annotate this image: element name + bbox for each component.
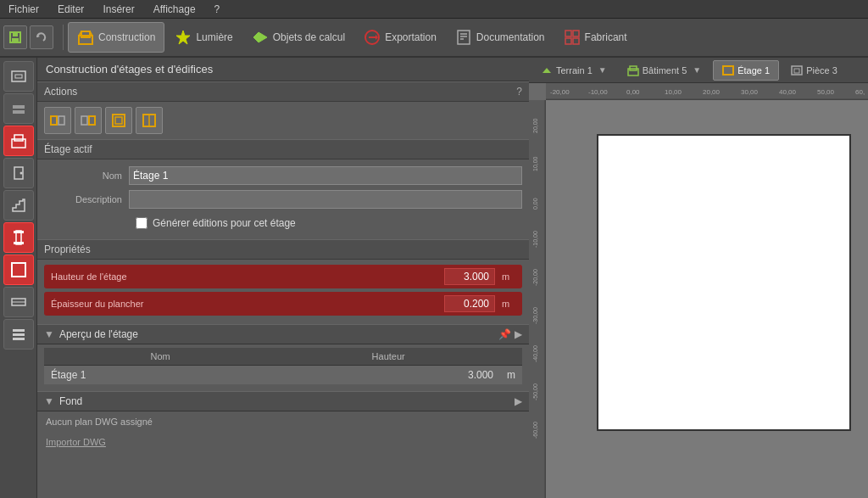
menu-editer[interactable]: Editer [54,2,87,17]
action-btn-3[interactable] [105,107,132,134]
sidebar-wall-btn[interactable] [3,93,34,124]
sidebar-door-btn[interactable] [3,158,34,188]
svg-rect-39 [58,116,64,125]
epaisseur-label: Épaisseur du plancher [51,299,437,309]
calcul-icon [252,29,269,46]
svg-marker-8 [176,31,190,44]
toolbar-exportation-btn[interactable]: Exportation [355,22,445,53]
sidebar-stairs-btn[interactable] [3,190,34,221]
hauteur-row: Hauteur de l'étage m [44,265,522,288]
epaisseur-row: Épaisseur du plancher m [44,292,522,316]
menu-inserer[interactable]: Insérer [99,2,137,17]
etage-actif-content: Nom Description Générer éditions pour ce… [37,159,529,239]
toolbar-lumiere-btn[interactable]: Lumière [166,22,241,53]
apercu-content: Nom Hauteur Étage 1 3.000 m [37,344,529,388]
toolbar-construction-btn[interactable]: Construction [68,22,164,53]
toolbar-documentation-btn[interactable]: Documentation [447,22,554,53]
svg-text:-10,00: -10,00 [588,88,608,96]
apercu-pin-icon[interactable]: 📌 [498,328,511,340]
sidebar-floor-plan-btn[interactable] [3,61,34,92]
fond-toggle-icon[interactable]: ▼ [44,395,54,407]
sidebar-slab-btn[interactable] [3,287,34,317]
tab-piece-label: Pièce 3 [806,65,837,76]
save-button[interactable] [3,25,27,49]
editions-checkbox[interactable] [136,217,147,229]
ruler-top: -20,00 -10,00 0,00 10,00 20,00 30,00 40,… [546,83,868,100]
checkbox-label: Générer éditions pour cet étage [153,217,296,229]
apercu-col-unit [500,348,522,366]
svg-text:-30,00: -30,00 [532,307,538,324]
hauteur-input[interactable] [444,268,495,285]
canvas-area: -20,00 -10,00 0,00 10,00 20,00 30,00 40,… [529,83,868,498]
description-input[interactable] [129,190,522,209]
description-row: Description [44,190,522,209]
svg-rect-20 [12,71,25,81]
nom-input[interactable] [129,166,522,185]
construction-label: Construction [98,31,155,43]
fond-text: Aucun plan DWG assigné [37,411,529,432]
fond-content: Aucun plan DWG assigné Importor DWG [37,411,529,452]
menu-help[interactable]: ? [211,2,224,17]
apercu-cell-hauteur: 3.000 [276,366,500,385]
tab-terrain-label: Terrain 1 [556,65,593,76]
svg-rect-36 [13,333,25,336]
svg-rect-30 [14,242,24,244]
proprietes-content: Hauteur de l'étage m Épaisseur du planch… [37,260,529,324]
documentation-label: Documentation [476,31,545,43]
tab-terrain[interactable]: Terrain 1 ▼ [532,60,615,81]
tab-batiment-dropdown[interactable]: ▼ [693,65,701,75]
svg-text:40,00: 40,00 [779,88,797,96]
tab-terrain-dropdown[interactable]: ▼ [598,65,607,75]
main-toolbar: Construction Lumière Objets de calcul Ex… [0,19,868,58]
apercu-row-0: Étage 1 3.000 m [44,366,522,385]
action-btn-2[interactable] [75,107,102,134]
help-icon[interactable]: ? [516,86,522,98]
actions-label: Actions [44,86,77,98]
sidebar-room-btn[interactable] [3,255,34,285]
tab-etage[interactable]: Étage 1 [713,60,779,81]
svg-text:-60,00: -60,00 [532,422,538,439]
svg-text:30,00: 30,00 [741,88,759,96]
hauteur-label: Hauteur de l'étage [51,271,437,282]
checkbox-row: Générer éditions pour cet étage [44,214,522,232]
quick-buttons [3,25,53,49]
svg-rect-18 [565,38,571,44]
fond-btn-text[interactable]: Importor DWG [37,432,529,452]
exportation-label: Exportation [385,31,437,43]
svg-rect-37 [13,338,25,340]
action-btn-4[interactable] [136,107,163,134]
svg-text:10,00: 10,00 [665,88,682,96]
lumiere-icon [175,29,192,46]
svg-rect-25 [14,135,23,141]
undo-button[interactable] [30,25,53,49]
sidebar-settings-btn[interactable] [3,319,34,350]
svg-rect-38 [51,116,57,125]
action-btn-1[interactable] [44,107,71,134]
svg-rect-22 [13,105,25,109]
svg-text:-50,00: -50,00 [532,383,538,400]
drawing-paper [597,134,851,431]
documentation-icon [455,29,472,46]
svg-rect-40 [81,116,87,125]
description-label: Description [44,194,129,204]
sidebar-column-btn[interactable] [3,222,34,253]
etage-actif-label: Étage actif [44,143,92,155]
epaisseur-input[interactable] [444,295,495,312]
svg-rect-48 [723,66,733,75]
fond-more-icon[interactable]: ▶ [515,395,522,407]
lumiere-label: Lumière [196,31,232,43]
apercu-header: ▼ Aperçu de l'étage 📌 ▶ [37,324,529,344]
svg-text:20,00: 20,00 [532,118,538,133]
sidebar-building-btn[interactable] [3,126,34,156]
toolbar-fabricant-btn[interactable]: Fabricant [555,22,636,53]
apercu-toggle-icon[interactable]: ▼ [44,328,54,340]
tab-piece[interactable]: Pièce 3 [782,60,846,81]
menu-affichage[interactable]: Affichage [150,2,199,17]
fond-header: ▼ Fond ▶ [37,391,529,411]
svg-text:0,00: 0,00 [626,88,640,96]
apercu-more-icon[interactable]: ▶ [515,328,522,340]
menu-fichier[interactable]: Fichier [5,2,42,17]
toolbar-calcul-btn[interactable]: Objets de calcul [243,22,353,53]
panel-title: Construction d'étages et d'édifices [37,58,529,81]
tab-batiment[interactable]: Bâtiment 5 ▼ [619,60,710,81]
